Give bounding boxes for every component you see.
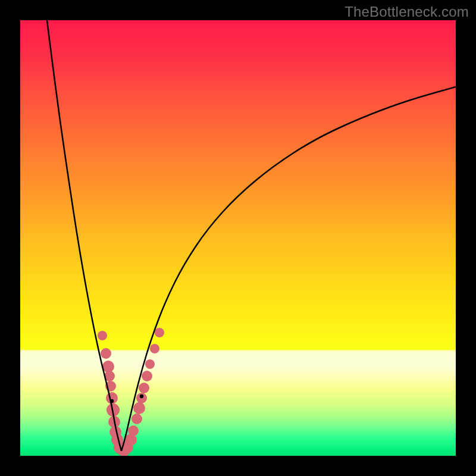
anchor-point [140,394,143,398]
data-point [155,328,164,337]
data-point [142,371,152,381]
chart-svg [20,20,456,456]
anchor-point [110,399,114,403]
data-point [98,331,107,340]
data-point [150,344,159,353]
data-point [133,402,145,414]
plot-area [20,20,456,456]
data-point [131,414,142,424]
data-point [139,383,149,393]
gradient-background [20,20,456,456]
watermark-text: TheBottleneck.com [345,4,469,20]
data-point [145,359,155,369]
chart-frame: TheBottleneck.com [0,0,476,476]
data-point [101,348,111,359]
data-point [128,425,139,436]
